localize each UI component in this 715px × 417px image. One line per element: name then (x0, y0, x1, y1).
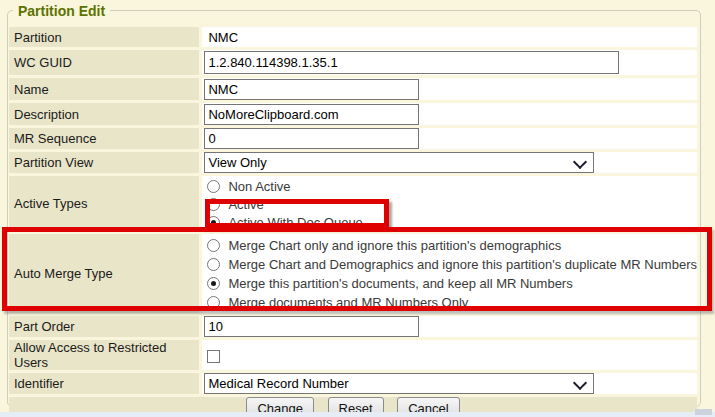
row-wc-guid: WC GUID (9, 50, 697, 75)
field-label-part-order: Part Order (9, 316, 199, 337)
field-label-partition-view: Partition View (9, 152, 199, 173)
field-label-mr-sequence: MR Sequence (9, 128, 199, 149)
field-label-partition: Partition (9, 27, 199, 47)
name-input[interactable] (204, 79, 419, 100)
row-name: Name (9, 78, 697, 100)
partition-view-select[interactable]: View Only (204, 152, 594, 173)
fieldset-legend: Partition Edit (13, 2, 110, 20)
chevron-down-icon (573, 155, 587, 169)
row-description: Description (9, 103, 697, 125)
scrollbar-corner (695, 409, 712, 415)
restricted-users-checkbox[interactable] (207, 350, 220, 363)
radio-label: Non Active (228, 179, 290, 194)
row-identifier: Identifier Medical Record Number (9, 373, 697, 394)
row-part-order: Part Order (9, 316, 697, 337)
field-label-description: Description (9, 103, 199, 125)
partition-view-selected-value: View Only (208, 155, 266, 170)
description-input[interactable] (204, 104, 419, 125)
highlight-box-auto-merge-type (2, 227, 712, 311)
partition-value: NMC (204, 30, 238, 45)
field-label-identifier: Identifier (9, 373, 199, 394)
row-partition: Partition NMC (9, 27, 697, 47)
radio-button-icon[interactable] (207, 180, 220, 193)
partition-edit-page: Partition Edit Partition NMC WC GUID Nam… (0, 0, 715, 417)
page-bottom-strip (0, 412, 715, 417)
part-order-input[interactable] (204, 316, 419, 337)
wc-guid-input[interactable] (204, 51, 619, 74)
chevron-down-icon (573, 376, 587, 390)
field-label-wc-guid: WC GUID (9, 50, 199, 75)
field-label-name: Name (9, 78, 199, 100)
field-label-active-types: Active Types (9, 176, 199, 231)
field-label-allow-access: Allow Access to Restricted Users (9, 340, 199, 370)
row-partition-view: Partition View View Only (9, 152, 697, 173)
row-allow-access: Allow Access to Restricted Users (9, 340, 697, 370)
radio-option-non-active[interactable]: Non Active (204, 177, 697, 195)
mr-sequence-input[interactable] (204, 128, 419, 149)
highlight-box-active-with-doc-queue (205, 199, 389, 228)
identifier-select[interactable]: Medical Record Number (204, 373, 594, 394)
identifier-selected-value: Medical Record Number (208, 376, 348, 391)
row-mr-sequence: MR Sequence (9, 128, 697, 149)
